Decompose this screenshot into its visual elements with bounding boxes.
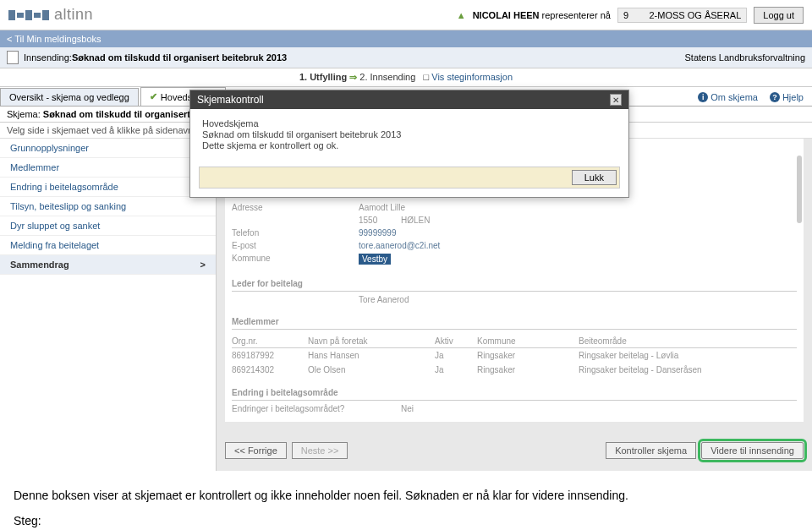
endring-question: Endringer i beitelagsområdet? bbox=[232, 404, 401, 413]
steg-label: Steg: bbox=[14, 513, 798, 530]
brand-name: altinn bbox=[54, 6, 93, 24]
sidebar-item-label: Sammendrag bbox=[10, 260, 69, 270]
table-header: Org.nr. Navn på foretak Aktiv Kommune Be… bbox=[232, 335, 797, 348]
page-title: Innsending:Søknad om tilskudd til organi… bbox=[24, 52, 287, 63]
help-icon: ? bbox=[770, 92, 780, 102]
step-2: 2. Innsending bbox=[359, 72, 415, 82]
owner-label: Statens Landbruksforvaltning bbox=[685, 52, 805, 63]
table-row: 869187992 Hans Hansen Ja Ringsaker Rings… bbox=[232, 348, 797, 363]
kontroller-button[interactable]: Kontroller skjema bbox=[606, 442, 696, 459]
epost-label: E-post bbox=[232, 241, 359, 250]
app-header: altinn ▲ NICOLAI HEEN representerer nå 9… bbox=[0, 0, 812, 30]
lukk-button[interactable]: Lukk bbox=[572, 170, 617, 185]
sidebar-item-tilsyn[interactable]: Tilsyn, beiteslipp og sanking bbox=[0, 197, 216, 216]
prev-button[interactable]: << Forrige bbox=[225, 442, 287, 459]
sidebar-item-dyr[interactable]: Dyr sluppet og sanket bbox=[0, 216, 216, 236]
kommune-value: Vestby bbox=[359, 254, 391, 265]
step-1: 1. Utfylling bbox=[299, 72, 347, 82]
modal-line3: Dette skjema er kontrollert og ok. bbox=[202, 140, 617, 150]
videre-button[interactable]: Videre til innsending bbox=[701, 442, 804, 459]
info-icon: i bbox=[698, 92, 708, 102]
postnr-value: 1550 HØLEN bbox=[359, 216, 431, 225]
adresse-value: Aamodt Lille bbox=[359, 203, 405, 212]
represents-label: representerer nå bbox=[542, 10, 611, 20]
instructions-intro: Denne boksen viser at skjemaet er kontro… bbox=[14, 488, 798, 505]
modal-header: Skjemakontroll ✕ bbox=[190, 90, 628, 109]
sidebar-item-melding[interactable]: Melding fra beitelaget bbox=[0, 236, 216, 255]
steps-sq: □ bbox=[424, 72, 430, 82]
leder-section-head: Leder for beitelag bbox=[232, 276, 797, 292]
arrow-icon: ⇒ bbox=[349, 72, 359, 82]
check-icon: ✔ bbox=[150, 91, 157, 102]
telefon-label: Telefon bbox=[232, 228, 359, 238]
endring-value: Nei bbox=[401, 404, 414, 413]
modal-footer: Lukk bbox=[190, 160, 628, 197]
om-skjema-link[interactable]: iOm skjema bbox=[698, 92, 758, 102]
steps-bar: 1. Utfylling ⇒ 2. Innsending □ Vis stegi… bbox=[0, 68, 812, 87]
user-name: NICOLAI HEEN bbox=[473, 10, 540, 20]
sidebar-item-endring[interactable]: Endring i beitelagsområde bbox=[0, 178, 216, 197]
modal-line2: Søknad om tilskudd til organisert beiteb… bbox=[202, 129, 617, 139]
nav-buttons-row: << Forrige Neste >> Kontroller skjema Vi… bbox=[225, 439, 804, 462]
chevron-right-icon: > bbox=[200, 260, 206, 270]
medlemmer-section-head: Medlemmer bbox=[232, 314, 797, 330]
breadcrumb-back[interactable]: < Til Min meldingsboks bbox=[7, 34, 102, 44]
table-row: 869214302 Ole Olsen Ja Ringsaker Ringsak… bbox=[232, 363, 797, 377]
title-bar: Innsending:Søknad om tilskudd til organi… bbox=[0, 47, 812, 68]
modal-line1: Hovedskjema bbox=[202, 118, 617, 128]
tab-overview[interactable]: Oversikt - skjema og vedlegg bbox=[0, 88, 139, 106]
scrollbar[interactable] bbox=[797, 156, 802, 223]
close-icon[interactable]: ✕ bbox=[610, 94, 622, 106]
sidebar: Grunnopplysninger Medlemmer Endring i be… bbox=[0, 139, 217, 471]
breadcrumb: < Til Min meldingsboks bbox=[0, 30, 812, 47]
epost-value: tore.aanerod@c2i.net bbox=[359, 241, 440, 250]
modal-body: Hovedskjema Søknad om tilskudd til organ… bbox=[190, 109, 628, 160]
skjemakontroll-modal: Skjemakontroll ✕ Hovedskjema Søknad om t… bbox=[189, 90, 629, 198]
next-button: Neste >> bbox=[292, 442, 348, 459]
brand-logo: altinn bbox=[8, 6, 93, 24]
sidebar-item-sammendrag[interactable]: Sammendrag > bbox=[0, 255, 216, 275]
instructions-block: Denne boksen viser at skjemaet er kontro… bbox=[0, 471, 812, 530]
logout-button[interactable]: Logg ut bbox=[754, 7, 804, 24]
sidebar-item-medlemmer[interactable]: Medlemmer bbox=[0, 158, 216, 178]
user-info: ▲ NICOLAI HEEN representerer nå 9 2-MOSS… bbox=[457, 7, 804, 24]
org-badge: 9 2-MOSS OG ÅSERAL bbox=[617, 8, 747, 23]
logo-glyph bbox=[8, 10, 49, 20]
endring-section-head: Endring i beitelagsområde bbox=[232, 385, 797, 401]
leder-value: Tore Aanerod bbox=[359, 295, 409, 304]
telefon-value: 99999999 bbox=[359, 228, 397, 238]
modal-title: Skjemakontroll bbox=[197, 94, 264, 106]
show-step-info-link[interactable]: Vis steginformasjon bbox=[431, 72, 513, 82]
user-icon: ▲ bbox=[457, 10, 466, 20]
adresse-label: Adresse bbox=[232, 203, 359, 212]
hjelp-link[interactable]: ?Hjelp bbox=[770, 92, 804, 102]
document-icon bbox=[7, 51, 19, 64]
sidebar-item-grunnopplysninger[interactable]: Grunnopplysninger bbox=[0, 139, 216, 158]
kommune-label: Kommune bbox=[232, 254, 359, 265]
